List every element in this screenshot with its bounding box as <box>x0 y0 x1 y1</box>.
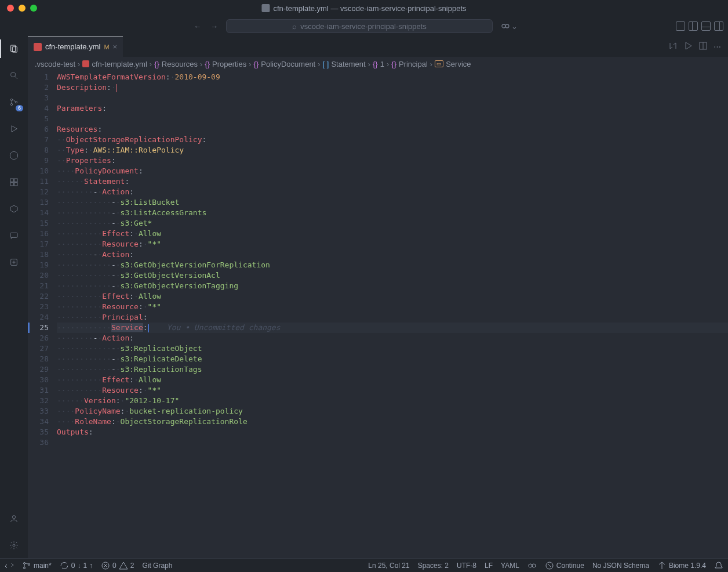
code-line[interactable]: ············-·s3:Get* <box>57 218 728 229</box>
code-line[interactable]: ············-·s3:GetObjectVersionForRepl… <box>57 260 728 270</box>
run-debug-view-button[interactable] <box>6 121 22 137</box>
code-line[interactable]: ··Properties: <box>57 155 728 166</box>
breadcrumb-index[interactable]: 1 <box>380 60 384 68</box>
search-placeholder: vscode-iam-service-principal-snippets <box>300 22 426 31</box>
toggle-primary-sidebar-button[interactable] <box>676 21 685 31</box>
layout-panel-icon[interactable] <box>701 21 711 31</box>
title-file-icon <box>261 4 270 12</box>
sync-button[interactable]: 0↓ 1↑ <box>60 561 93 570</box>
code-line[interactable]: ··········Principal: <box>57 312 728 323</box>
aws-view-button[interactable] <box>6 201 22 217</box>
code-line[interactable]: ············-·s3:ReplicateObject <box>57 343 728 354</box>
code-line[interactable]: AWSTemplateFormatVersion:·2010-09-09 <box>57 72 728 82</box>
window-title: cfn-template.yml — vscode-iam-service-pr… <box>273 4 466 13</box>
code-line[interactable]: ········-·Action: <box>57 249 728 260</box>
json-schema-button[interactable]: No JSON Schema <box>592 562 649 570</box>
tab-cfn-template[interactable]: cfn-template.yml M × <box>28 36 123 57</box>
code-line[interactable]: ············-·s3:ReplicateDelete <box>57 354 728 364</box>
titlebar: cfn-template.yml — vscode-iam-service-pr… <box>0 0 728 16</box>
breadcrumb-properties[interactable]: Properties <box>212 60 246 68</box>
code-line[interactable]: ······Statement: <box>57 176 728 187</box>
svg-rect-12 <box>14 179 17 182</box>
indentation-button[interactable]: Spaces: 2 <box>418 562 449 570</box>
editor-body[interactable]: 1234567891011121314151617181920212223242… <box>28 71 728 558</box>
command-center-search[interactable]: ⌕ vscode-iam-service-principal-snippets <box>226 19 493 33</box>
accounts-button[interactable] <box>6 511 22 527</box>
code-line[interactable]: ············-·s3:ListBucket <box>57 197 728 208</box>
code-line[interactable]: Outputs: <box>57 427 728 437</box>
scm-view-button[interactable]: 6 <box>6 94 22 110</box>
code-line[interactable]: Parameters: <box>57 103 728 114</box>
compare-changes-button[interactable] <box>668 41 678 52</box>
code-line[interactable]: ··········Resource:·"*" <box>57 302 728 312</box>
github-view-button[interactable] <box>6 147 22 164</box>
code-line[interactable] <box>57 93 728 103</box>
breadcrumb-resources[interactable]: Resources <box>162 60 198 68</box>
breadcrumb-service[interactable]: Service <box>446 60 471 68</box>
svg-line-5 <box>15 77 17 79</box>
breadcrumb-folder[interactable]: .vscode-test <box>35 60 75 68</box>
window-close-button[interactable] <box>7 5 14 12</box>
breadcrumb-statement[interactable]: Statement <box>331 60 365 68</box>
copilot-button[interactable]: ⌄ <box>497 21 521 31</box>
window-maximize-button[interactable] <box>30 5 37 12</box>
code-line[interactable]: ····RoleName:·ObjectStorageReplicationRo… <box>57 417 728 427</box>
code-line[interactable]: ············-·s3:ReplicationTags <box>57 364 728 375</box>
copilot-status-icon[interactable] <box>527 561 537 570</box>
explorer-view-button[interactable] <box>6 41 22 57</box>
run-button[interactable] <box>683 41 693 52</box>
code-line[interactable]: ····PolicyDocument: <box>57 166 728 176</box>
continue-button[interactable]: Continue <box>545 561 584 570</box>
code-line[interactable]: ············-·s3:ListAccessGrants <box>57 208 728 218</box>
more-actions-button[interactable]: ⋯ <box>714 42 721 51</box>
code-line[interactable] <box>57 114 728 124</box>
window-minimize-button[interactable] <box>19 5 26 12</box>
branch-button[interactable]: main* <box>22 561 52 570</box>
extensions-view-button[interactable] <box>6 174 22 190</box>
eol-button[interactable]: LF <box>485 562 493 570</box>
settings-button[interactable] <box>6 537 22 553</box>
tab-modified-indicator: M <box>104 44 109 50</box>
nav-back-button[interactable]: ← <box>190 21 205 32</box>
code-line[interactable]: ······Version:·"2012-10-17" <box>57 396 728 406</box>
code-line[interactable]: ··········Effect:·Allow <box>57 291 728 302</box>
problems-button[interactable]: 0 2 <box>101 561 134 570</box>
encoding-button[interactable]: UTF-8 <box>457 562 476 570</box>
notifications-button[interactable] <box>714 561 723 570</box>
code-line[interactable]: ········-·Action: <box>57 333 728 343</box>
remote-button[interactable] <box>5 561 14 570</box>
yaml-file-icon <box>82 60 89 67</box>
tab-filename: cfn-template.yml <box>45 42 100 51</box>
breadcrumb-file[interactable]: cfn-template.yml <box>92 60 147 68</box>
breadcrumbs[interactable]: .vscode-test › cfn-template.yml › {}Reso… <box>28 57 728 71</box>
cursor-position[interactable]: Ln 25, Col 21 <box>368 562 409 570</box>
search-view-button[interactable] <box>6 67 22 84</box>
layout-sidebar-right-icon[interactable] <box>714 21 723 31</box>
chat-view-button[interactable] <box>6 227 22 244</box>
add-view-button[interactable] <box>6 254 22 270</box>
layout-sidebar-left-icon[interactable] <box>689 21 698 31</box>
code-line[interactable]: ········-·Action: <box>57 187 728 197</box>
code-line[interactable]: ····PolicyName:·bucket-replication-polic… <box>57 406 728 417</box>
code-line[interactable]: ············-·s3:GetObjectVersionAcl <box>57 270 728 281</box>
code-line[interactable]: ··Type:·AWS::IAM::RolePolicy <box>57 145 728 155</box>
code-line[interactable]: Resources: <box>57 124 728 135</box>
tab-close-button[interactable]: × <box>113 42 118 51</box>
breadcrumb-policydocument[interactable]: PolicyDocument <box>261 60 315 68</box>
code-line[interactable]: ··········Effect:·Allow <box>57 375 728 385</box>
code-line[interactable] <box>57 437 728 448</box>
code-line[interactable]: ··········Resource:·"*" <box>57 239 728 249</box>
git-graph-button[interactable]: Git Graph <box>142 562 172 570</box>
code-line[interactable]: ··········Resource:·"*" <box>57 385 728 396</box>
nav-forward-button[interactable]: → <box>207 21 221 32</box>
breadcrumb-principal[interactable]: Principal <box>399 60 428 68</box>
code-line[interactable]: Description:· <box>57 82 728 93</box>
code-content[interactable]: AWSTemplateFormatVersion:·2010-09-09Desc… <box>57 71 728 558</box>
language-mode-button[interactable]: YAML <box>501 562 519 570</box>
code-line[interactable]: ············Service: You • Uncommitted c… <box>57 323 728 333</box>
biome-button[interactable]: Biome 1.9.4 <box>657 561 706 570</box>
code-line[interactable]: ··ObjectStorageReplicationPolicy: <box>57 135 728 145</box>
code-line[interactable]: ············-·s3:GetObjectVersionTagging <box>57 281 728 291</box>
code-line[interactable]: ··········Effect:·Allow <box>57 229 728 239</box>
split-editor-button[interactable] <box>698 41 708 52</box>
